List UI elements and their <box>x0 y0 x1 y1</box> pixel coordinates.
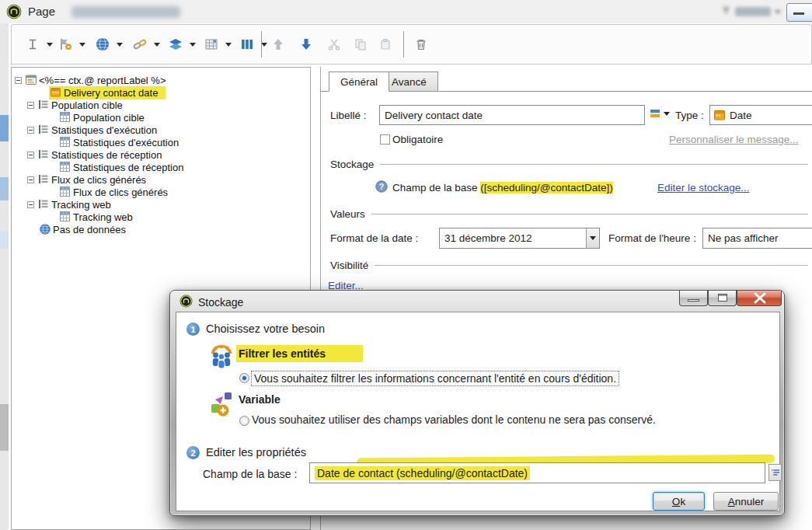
toolbar-field-button[interactable] <box>23 34 57 54</box>
tree-row-child[interactable]: Population cible <box>60 111 145 124</box>
tree-root-row[interactable]: <%== ctx.@ reportLabel %> <box>15 74 166 86</box>
copy-icon <box>350 34 371 54</box>
chevron-down-icon[interactable] <box>261 43 267 47</box>
table-grid-icon <box>201 34 221 54</box>
cut-button[interactable] <box>324 34 344 54</box>
filter-control-blurred[interactable] <box>721 5 781 19</box>
tab-label: Avancé <box>392 76 427 88</box>
tree-label: Statistiques d'exécution <box>73 137 179 148</box>
option-filter-description[interactable]: Vous souhaitez filtrer les informations … <box>251 371 619 386</box>
chevron-down-icon[interactable] <box>47 43 53 47</box>
field-lines-icon <box>771 468 780 477</box>
tree-row-no-data[interactable]: Pas de données <box>40 223 126 235</box>
collapse-toggle[interactable] <box>27 102 34 109</box>
dialog-close-button[interactable] <box>737 291 782 306</box>
dialog-title: Stockage <box>198 296 243 309</box>
cancel-button[interactable]: Annuler <box>713 492 779 511</box>
tree-row-group[interactable]: Population cible <box>27 99 123 111</box>
type-label: Type : <box>675 110 704 121</box>
list-icon <box>38 124 49 135</box>
app-logo-icon <box>6 4 22 19</box>
minimize-icon <box>688 299 699 302</box>
tree-row-child[interactable]: Statistiques d'exécution <box>60 136 179 148</box>
toolbar-layers-button[interactable] <box>166 34 200 54</box>
highlight-marker: Delivery contact date <box>49 86 166 99</box>
variable-radio[interactable] <box>239 416 249 426</box>
obligatoire-checkbox[interactable] <box>380 134 390 145</box>
tab-general[interactable]: Général <box>329 71 389 92</box>
format-heure-combo[interactable]: Ne pas afficher <box>702 228 812 249</box>
personnaliser-message-link[interactable]: Personnaliser le message... <box>669 134 799 145</box>
dialog-maximize-button[interactable] <box>708 291 737 306</box>
table-grid-icon <box>60 112 71 123</box>
editer-stockage-link[interactable]: Editer le stockage... <box>657 182 750 194</box>
type-combo[interactable]: Date <box>709 105 812 125</box>
tree-row-group[interactable]: Statistiques de réception <box>27 148 162 161</box>
collapse-toggle[interactable] <box>27 127 34 134</box>
chevron-down-icon[interactable] <box>79 43 85 47</box>
copy-button[interactable] <box>350 34 371 54</box>
globe-icon <box>40 224 51 235</box>
dialog-minimize-button[interactable] <box>679 291 708 306</box>
libelle-input[interactable]: Delivery contact date <box>379 105 645 125</box>
tree-row-child[interactable]: Flux de clics générés <box>60 186 168 198</box>
format-date-combo[interactable]: 31 décembre 2012 <box>439 228 600 249</box>
filter-radio[interactable] <box>239 373 249 383</box>
chevron-down-icon[interactable] <box>154 43 160 47</box>
tree-row-group[interactable]: Tracking web <box>27 198 111 211</box>
chevron-down-icon[interactable] <box>225 43 232 47</box>
visibilite-section: Visibilité <box>330 260 808 271</box>
toolbar-web-button[interactable] <box>92 34 127 54</box>
flag-gear-icon <box>55 34 75 54</box>
move-down-button[interactable] <box>296 34 316 54</box>
valeurs-section: Valeurs <box>330 208 808 220</box>
collapse-toggle[interactable] <box>27 176 34 183</box>
tree-row-group[interactable]: Flux de clics générés <box>27 173 146 186</box>
clipboard-icon <box>375 34 396 54</box>
table-grid-icon <box>60 211 71 222</box>
tree-label: Flux de clics générés <box>51 174 146 186</box>
dialog-titlebar: Stockage <box>179 295 243 310</box>
tree-row-delivery-contact-date[interactable]: Delivery contact date <box>49 86 166 99</box>
collapse-toggle[interactable] <box>27 201 34 208</box>
toolbar-table-button[interactable] <box>201 34 235 54</box>
step-2-title: Editer les propriétés <box>206 446 306 459</box>
champ-base-input[interactable]: Date de contact (scheduling/@contactDate… <box>309 462 765 483</box>
list-icon <box>38 149 49 160</box>
side-strip-patch <box>0 232 9 249</box>
section-rule <box>375 265 808 266</box>
tree-row-child[interactable]: Statistiques de réception <box>60 161 183 173</box>
champ-base-label: Champ de la base : <box>203 468 297 480</box>
close-icon <box>737 291 782 305</box>
calendar-icon <box>51 87 61 98</box>
obligatoire-label: Obligatoire <box>392 134 443 145</box>
paste-button[interactable] <box>375 34 396 54</box>
ok-label: Ok <box>672 496 685 507</box>
tree-label: Tracking web <box>51 199 111 211</box>
toolbar-input-button[interactable] <box>55 34 89 54</box>
move-up-button[interactable] <box>268 34 288 54</box>
link-icon <box>130 34 150 54</box>
option-variable-title: Variable <box>239 393 281 406</box>
side-strip-patch <box>0 404 9 451</box>
stockage-section: Stockage <box>330 159 808 170</box>
tree-row-child[interactable]: Tracking web <box>60 211 133 223</box>
tree-row-group[interactable]: Statistiques d'exécution <box>27 124 157 136</box>
chevron-down-icon[interactable] <box>117 43 123 47</box>
dropdown-button[interactable] <box>586 228 599 248</box>
chevron-down-icon[interactable] <box>190 43 196 47</box>
list-icon <box>38 199 49 210</box>
collapse-toggle[interactable] <box>15 77 22 84</box>
field-picker-button[interactable] <box>768 464 782 481</box>
delete-button[interactable] <box>411 34 431 54</box>
champ-base-text: Champ de la base ([scheduling/@contactDa… <box>392 182 613 194</box>
field-type-icon <box>650 108 660 119</box>
ok-button[interactable]: Ok <box>653 492 705 511</box>
toolbar-link-button[interactable] <box>130 34 164 54</box>
minimize-button[interactable] <box>786 3 812 22</box>
chevron-down-icon <box>775 10 781 14</box>
label-options-button[interactable] <box>650 108 670 119</box>
toolbar-columns-button[interactable] <box>237 34 271 54</box>
collapse-toggle[interactable] <box>27 152 34 159</box>
option-variable-description[interactable]: Vous souhaitez utiliser des champs varia… <box>252 413 656 426</box>
